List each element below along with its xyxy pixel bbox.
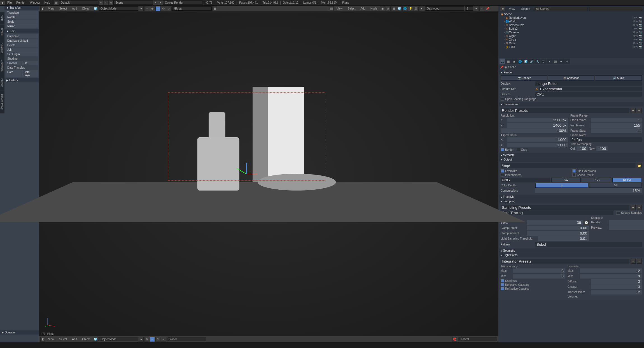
- frame-step[interactable]: [591, 128, 642, 133]
- crop-checkbox[interactable]: [517, 148, 520, 151]
- join-button[interactable]: Join: [6, 48, 38, 52]
- metadata-header[interactable]: Metadata: [499, 153, 643, 157]
- editor-type-icon[interactable]: ◧: [40, 6, 45, 11]
- bounces-max[interactable]: [580, 268, 642, 273]
- object-mode-icon-bottom[interactable]: 🧊: [93, 337, 98, 342]
- outliner-item[interactable]: ◦ ⊞RenderLayers👁↖📷: [499, 16, 643, 20]
- pattern-select[interactable]: [535, 242, 642, 247]
- layout-remove-icon[interactable]: ×: [103, 0, 108, 5]
- clock-icon[interactable]: 🕐: [584, 220, 589, 225]
- clamp-direct[interactable]: [527, 226, 589, 230]
- camera-icon[interactable]: 📷: [639, 24, 642, 27]
- tab-tools[interactable]: Tools: [0, 12, 4, 25]
- sampling-preset-remove-icon[interactable]: −: [637, 205, 642, 210]
- cursor-icon[interactable]: ↖: [636, 16, 638, 19]
- output-path[interactable]: [501, 163, 636, 168]
- material-select[interactable]: [425, 6, 464, 11]
- duplicate-linked-button[interactable]: Duplicate Linked: [6, 39, 38, 43]
- resolution-pct[interactable]: [501, 128, 568, 133]
- overwrite-checkbox[interactable]: [501, 169, 504, 173]
- geometry-header[interactable]: Geometry: [499, 249, 643, 253]
- preview-samples[interactable]: [609, 225, 644, 230]
- compositor-type-icon[interactable]: ◎: [386, 6, 391, 11]
- eye-icon[interactable]: 👁: [633, 34, 636, 38]
- editor-type-icon-bottom[interactable]: ◧: [40, 337, 45, 342]
- cursor-icon[interactable]: ↖: [636, 42, 638, 45]
- pivot-icon[interactable]: ⊕: [150, 6, 155, 11]
- cursor-icon[interactable]: ↖: [636, 34, 638, 38]
- cursor-icon[interactable]: ↖: [636, 24, 638, 27]
- refr-caustics-checkbox[interactable]: [501, 287, 504, 290]
- bounces-min[interactable]: [580, 274, 642, 279]
- camera-icon[interactable]: 📷: [639, 34, 642, 38]
- edit-header[interactable]: ▼ Edit: [4, 29, 39, 33]
- eye-icon[interactable]: 👁: [633, 38, 636, 41]
- layout-add-icon[interactable]: +: [98, 0, 103, 5]
- rgba-button[interactable]: RGBA: [612, 178, 642, 182]
- use-nodes-icon[interactable]: ☑: [414, 6, 419, 11]
- bw-button[interactable]: BW: [551, 178, 581, 182]
- outliner-filter-select[interactable]: [534, 7, 587, 11]
- transmission-bounces[interactable]: [591, 290, 642, 294]
- outliner-item[interactable]: ◦ ⚡Field👁↖📷: [499, 45, 643, 49]
- outliner-scene[interactable]: ◉ Scene: [499, 12, 643, 16]
- scene-breadcrumb[interactable]: Scene: [508, 66, 516, 69]
- audio-button[interactable]: 🔊 Audio: [595, 75, 642, 81]
- depth-16-button[interactable]: 16: [589, 183, 642, 188]
- select-menu[interactable]: Select: [57, 6, 69, 11]
- camera-icon[interactable]: 📷: [639, 31, 642, 34]
- mode-select-bottom[interactable]: [99, 337, 138, 341]
- square-samples-checkbox[interactable]: [617, 211, 620, 215]
- camera-icon[interactable]: 📷: [639, 45, 642, 48]
- frame-end[interactable]: [591, 123, 642, 128]
- cursor-icon[interactable]: ↖: [636, 27, 638, 30]
- aspect-y[interactable]: [507, 143, 568, 147]
- sampling-header[interactable]: Sampling: [499, 199, 643, 203]
- manipulator-translate-icon[interactable]: ↔: [155, 6, 160, 11]
- file-ext-checkbox[interactable]: [572, 169, 576, 173]
- outliner-item[interactable]: ◦ ▽Cigar👁↖📷: [499, 34, 643, 38]
- outliner-search-input[interactable]: [589, 7, 642, 11]
- history-header[interactable]: ▶ History: [4, 78, 39, 82]
- eye-icon[interactable]: 👁: [633, 27, 636, 30]
- eye-icon[interactable]: 👁: [633, 16, 636, 19]
- render-tab[interactable]: 📷: [500, 59, 505, 64]
- node-editor-type-icon[interactable]: ◫: [329, 6, 334, 11]
- shadows-checkbox[interactable]: [501, 279, 504, 282]
- material-remove-icon[interactable]: ×: [479, 6, 484, 11]
- data-button[interactable]: Data: [6, 70, 22, 77]
- shader-type-icon[interactable]: ◉: [380, 6, 385, 11]
- output-header[interactable]: Output: [499, 157, 643, 162]
- smooth-button[interactable]: Smooth: [6, 61, 22, 65]
- seed-field[interactable]: [527, 220, 583, 225]
- pivot-icon-bottom[interactable]: ⊕: [144, 337, 149, 342]
- render-button[interactable]: 📷 Render: [501, 75, 547, 81]
- menu-help[interactable]: Help: [42, 1, 53, 5]
- duplicate-button[interactable]: Duplicate: [6, 34, 38, 38]
- material-add-icon[interactable]: +: [474, 6, 479, 11]
- node-menu[interactable]: Node: [368, 6, 379, 11]
- scene-tab[interactable]: ◉: [511, 59, 517, 64]
- object-shader-icon[interactable]: 🧊: [397, 6, 402, 11]
- material-tab[interactable]: ●: [547, 59, 552, 64]
- outliner-item[interactable]: ◦ ▽BezierCurve👁↖📷: [499, 23, 643, 27]
- format-select[interactable]: [501, 178, 550, 182]
- orientation-select[interactable]: [172, 6, 212, 11]
- lst-field[interactable]: [538, 236, 589, 241]
- cursor-icon[interactable]: ↖: [636, 45, 638, 48]
- time-old[interactable]: [577, 146, 588, 151]
- preset-remove-icon[interactable]: −: [637, 108, 642, 113]
- mirror-button[interactable]: Mirror: [6, 24, 38, 28]
- manipulator-rotate-icon-bottom[interactable]: ⟳: [155, 337, 160, 342]
- border-checkbox[interactable]: [501, 148, 504, 151]
- cursor-icon[interactable]: ↖: [636, 38, 638, 41]
- feature-select[interactable]: [539, 87, 642, 91]
- 3d-viewport[interactable]: Camera Persp (79) Plane ◧ View Select Ad…: [39, 6, 498, 342]
- tab-relations[interactable]: Relations: [0, 39, 4, 57]
- shading-solid-icon[interactable]: ●: [139, 6, 144, 11]
- device-select[interactable]: [535, 92, 642, 97]
- integrator-select[interactable]: [501, 210, 613, 215]
- preset-add-icon[interactable]: +: [631, 108, 636, 113]
- placeholders-checkbox[interactable]: [501, 173, 504, 177]
- manipulator-translate-icon-bottom[interactable]: ↔: [150, 337, 155, 342]
